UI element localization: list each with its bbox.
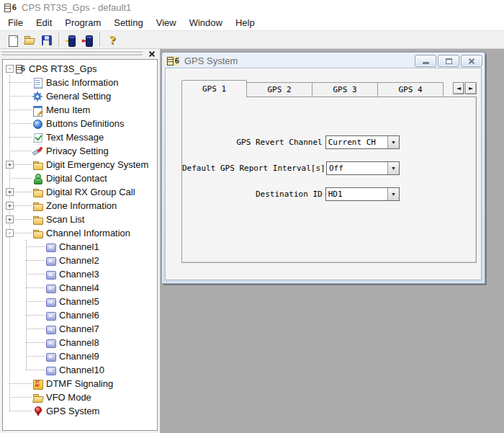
tab-gps-1[interactable]: GPS 1 [181,80,247,97]
panel-header [0,49,160,59]
minimize-button[interactable] [415,55,436,67]
gps1-tab-page: GPS Revert Channel Current CH ▼ Default … [181,97,477,263]
menubar: FileEditProgramSettingViewWindowHelp [0,14,504,30]
navigation-tree: - CPS RT3S_Gps Basic Information General… [3,60,157,430]
close-button[interactable] [461,55,482,67]
tab-scroll-left-icon[interactable]: ◄ [453,82,464,94]
tree-item-channel4[interactable]: Channel4 [3,281,157,295]
tree-item-scan-list[interactable]: + Scan List [3,213,157,226]
menu-item-setting[interactable]: Setting [107,16,149,30]
dropdown-value: Current CH [326,136,387,148]
help-button[interactable] [103,32,120,48]
tree-expander-icon[interactable]: + [6,215,14,223]
tree-item-digit-emergency-system[interactable]: + Digit Emergency System [3,158,157,171]
tree-item-channel9[interactable]: Channel9 [3,349,157,363]
tree-item-text-message[interactable]: Text Message [3,130,157,144]
tree-item-channel5[interactable]: Channel5 [3,295,157,308]
dtmf-icon [32,379,43,389]
panel-gripper[interactable] [1,50,143,53]
tree-item-dtmf-signaling[interactable]: DTMF Signaling [3,377,157,390]
tree-item-channel6[interactable]: Channel6 [3,308,157,322]
tree-item-general-setting[interactable]: General Setting [3,89,157,103]
open-file-button[interactable] [21,32,38,48]
menu-item-window[interactable]: Window [183,16,229,30]
menu-item-file[interactable]: File [1,16,30,30]
new-document-icon [6,35,19,46]
new-file-button[interactable] [4,32,21,48]
menu-item-program[interactable]: Program [58,16,107,30]
tab-gps-3[interactable]: GPS 3 [312,82,378,97]
channel-icon [45,311,56,321]
tree-item-cps-rt3s-gps[interactable]: - CPS RT3S_Gps [3,62,157,76]
tree-item-channel8[interactable]: Channel8 [3,336,157,349]
gps-window-titlebar[interactable]: GPS System [162,53,485,68]
mdi-workspace: GPS System GPS 1GPS 2G [160,49,504,433]
gear-icon [32,91,43,102]
tree-item-channel-information[interactable]: - Channel Information [3,226,157,240]
channel-icon [45,365,56,375]
folder-icon [32,160,43,170]
panel-gripper[interactable] [1,53,143,55]
read-from-radio-button[interactable] [62,32,79,48]
channel-icon [45,338,56,348]
minimize-icon [423,62,429,64]
tree-item-basic-information[interactable]: Basic Information [3,76,157,89]
tree-item-gps-system[interactable]: GPS System [3,404,157,418]
channel-icon [45,283,56,293]
tree-item-privacy-setting[interactable]: Privacy Setting [3,144,157,158]
tree-expander-icon[interactable]: - [6,229,14,237]
save-file-button[interactable] [38,32,55,48]
basic-information-icon [32,78,43,88]
tree-item-buttons-definitions[interactable]: Buttons Definitions [3,117,157,130]
buttons-icon [32,119,43,129]
tree-item-menu-item[interactable]: Menu Item [3,103,157,117]
menu-item-view[interactable]: View [150,16,183,30]
tree-item-digital-contact[interactable]: Digital Contact [3,171,157,185]
write-to-radio-button[interactable] [79,32,96,48]
tree-expander-icon[interactable]: + [6,202,14,210]
folder-icon [32,215,43,225]
tree-item-channel3[interactable]: Channel3 [3,267,157,281]
menu-item-icon [32,105,43,115]
open-folder-icon [32,393,43,403]
tree-item-vfo-mode[interactable]: VFO Mode [3,390,157,404]
tree-item-channel7[interactable]: Channel7 [3,322,157,336]
tree-expander-icon[interactable]: + [6,161,14,169]
tree-item-channel10[interactable]: Channel10 [3,363,157,377]
close-icon [468,58,475,65]
field-dropdown[interactable]: Current CH ▼ [325,135,400,149]
field-dropdown[interactable]: HD1 ▼ [325,187,400,201]
tree-item-channel1[interactable]: Channel1 [3,240,157,254]
radio-write-icon [82,35,94,46]
chevron-down-icon[interactable]: ▼ [387,188,399,200]
tree-expander-icon[interactable]: - [6,65,14,73]
app-icon [166,56,180,66]
navigation-panel: - CPS RT3S_Gps Basic Information General… [0,49,160,433]
panel-close-button[interactable] [148,50,156,58]
tree-item-zone-information[interactable]: + Zone Information [3,199,157,213]
main-area: - CPS RT3S_Gps Basic Information General… [0,49,504,433]
menu-item-help[interactable]: Help [229,16,261,30]
restore-button[interactable] [438,55,459,67]
dropdown-value: Off [327,162,387,174]
chevron-down-icon[interactable]: ▼ [387,162,399,174]
chevron-down-icon[interactable]: ▼ [387,136,399,148]
tab-scroll-right-icon[interactable]: ► [465,82,477,94]
field-dropdown[interactable]: Off ▼ [326,161,400,175]
text-message-icon [32,133,43,143]
field-label: Default GPS Report Interval[s] [182,161,323,175]
menu-item-edit[interactable]: Edit [30,16,58,30]
tab-gps-4[interactable]: GPS 4 [378,82,444,97]
tab-gps-2[interactable]: GPS 2 [247,82,312,97]
folder-icon [32,187,43,197]
toolbar-separator [99,32,100,47]
tree-item-channel2[interactable]: Channel2 [3,254,157,267]
tab-strip: GPS 1GPS 2GPS 3GPS 4 ◄ ► [181,79,477,97]
channel-icon [45,269,56,280]
tree-expander-icon[interactable]: + [6,188,14,196]
tree-item-digital-rx-group-call[interactable]: + Digital RX Group Call [3,185,157,199]
privacy-icon [32,146,43,156]
folder-icon [32,201,43,211]
radio-read-icon [65,35,77,46]
application-window: CPS RT3S_Gps - default1 FileEditProgramS… [0,0,504,433]
